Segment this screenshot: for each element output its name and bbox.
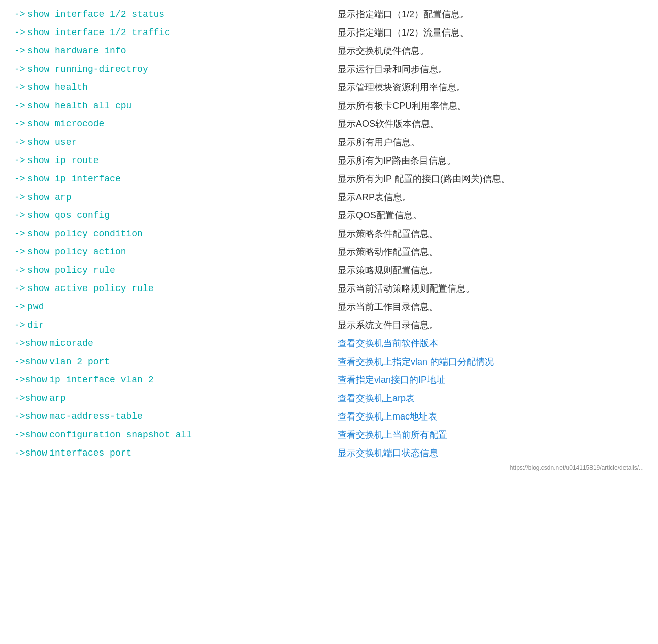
url-row: https://blog.csdn.net/u014115819/article… — [10, 462, 648, 473]
command-cell: ->show arp — [10, 389, 334, 407]
description-cell: 显示策略规则配置信息。 — [334, 261, 648, 279]
command-text: show hardware info — [27, 46, 126, 56]
command-cell: -> show interface 1/2 status — [10, 5, 334, 23]
arrow-icon: -> — [14, 320, 25, 330]
command-cell: -> show policy condition — [10, 224, 334, 243]
description-text: 显示交换机硬件信息。 — [338, 46, 429, 56]
description-cell: 显示当前活动策略规则配置信息。 — [334, 279, 648, 298]
table-row: ->show arp查看交换机上arp表 — [10, 389, 648, 407]
command-text: show policy action — [27, 247, 126, 257]
command-text: mac-address-table — [49, 411, 143, 422]
command-text: show interface 1/2 status — [27, 9, 164, 19]
command-cell: ->show configuration snapshot all — [10, 426, 334, 444]
command-text: ip interface vlan 2 — [49, 375, 153, 385]
command-text: configuration snapshot all — [49, 430, 192, 440]
description-cell: 显示运行目录和同步信息。 — [334, 60, 648, 78]
command-text: show active policy rule — [27, 283, 153, 294]
description-text: 显示系统文件目录信息。 — [338, 320, 438, 330]
arrow-icon: -> — [14, 101, 25, 111]
arrow-icon: -> — [14, 155, 25, 166]
arrow-icon: -> — [14, 137, 25, 147]
description-text: 显示管理模块资源利用率信息。 — [338, 82, 466, 92]
table-row: -> show interface 1/2 traffic显示指定端口（1/2）… — [10, 23, 648, 42]
table-row: -> show qos config显示QOS配置信息。 — [10, 206, 648, 224]
description-text: 查看交换机上当前所有配置 — [338, 430, 447, 440]
table-row: -> show arp显示ARP表信息。 — [10, 188, 648, 206]
arrow-icon: ->show — [14, 448, 47, 458]
table-row: -> show microcode显示AOS软件版本信息。 — [10, 115, 648, 133]
command-text: show health — [27, 82, 88, 92]
command-text: show health all cpu — [27, 101, 131, 111]
command-cell: -> show active policy rule — [10, 279, 334, 298]
command-text: arp — [49, 393, 65, 403]
arrow-icon: ->show — [14, 393, 47, 403]
command-cell: ->show interfaces port — [10, 444, 334, 462]
table-row: -> show policy condition显示策略条件配置信息。 — [10, 224, 648, 243]
arrow-icon: ->show — [14, 430, 47, 440]
description-text: 显示策略规则配置信息。 — [338, 265, 438, 275]
command-cell: -> pwd — [10, 298, 334, 316]
command-cell: ->show vlan 2 port — [10, 352, 334, 371]
arrow-icon: -> — [14, 192, 25, 202]
description-cell: 显示策略条件配置信息。 — [334, 224, 648, 243]
arrow-icon: -> — [14, 174, 25, 184]
arrow-icon: -> — [14, 247, 25, 257]
table-row: ->show micorade查看交换机当前软件版本 — [10, 334, 648, 352]
table-row: -> show active policy rule显示当前活动策略规则配置信息… — [10, 279, 648, 298]
table-row: ->show interfaces port显示交换机端口状态信息 — [10, 444, 648, 462]
command-text: micorade — [49, 338, 93, 348]
description-cell: 显示AOS软件版本信息。 — [334, 115, 648, 133]
command-text: pwd — [27, 302, 44, 312]
table-row: -> pwd显示当前工作目录信息。 — [10, 298, 648, 316]
description-cell: 显示所有为IP 配置的接口(路由网关)信息。 — [334, 170, 648, 188]
description-text: 显示ARP表信息。 — [338, 192, 411, 202]
description-text: 显示所有为IP路由条目信息。 — [338, 155, 456, 166]
command-text: show interface 1/2 traffic — [27, 27, 170, 38]
description-cell: 显示指定端口（1/2）配置信息。 — [334, 5, 648, 23]
command-cell: -> show user — [10, 133, 334, 151]
command-cell: ->show ip interface vlan 2 — [10, 371, 334, 389]
command-cell: -> show microcode — [10, 115, 334, 133]
arrow-icon: ->show — [14, 411, 47, 422]
command-cell: -> show ip route — [10, 151, 334, 170]
description-cell: 显示交换机硬件信息。 — [334, 42, 648, 60]
table-row: -> show interface 1/2 status显示指定端口（1/2）配… — [10, 5, 648, 23]
description-text: 显示所有板卡CPU利用率信息。 — [338, 101, 467, 111]
command-cell: -> show policy action — [10, 243, 334, 261]
arrow-icon: ->show — [14, 338, 47, 348]
description-text: 显示运行目录和同步信息。 — [338, 64, 447, 74]
arrow-icon: -> — [14, 64, 25, 74]
table-row: ->show ip interface vlan 2查看指定vlan接口的IP地… — [10, 371, 648, 389]
command-cell: -> show health all cpu — [10, 96, 334, 115]
description-text: 查看交换机上mac地址表 — [338, 411, 437, 422]
command-text: dir — [27, 320, 44, 330]
description-text: 显示当前工作目录信息。 — [338, 302, 438, 312]
command-cell: -> show interface 1/2 traffic — [10, 23, 334, 42]
description-cell: 显示所有为IP路由条目信息。 — [334, 151, 648, 170]
description-text: 显示所有用户信息。 — [338, 137, 420, 147]
command-text: show running-directroy — [27, 64, 148, 74]
table-row: -> show hardware info显示交换机硬件信息。 — [10, 42, 648, 60]
description-cell: 显示所有板卡CPU利用率信息。 — [334, 96, 648, 115]
description-cell: 显示交换机端口状态信息 — [334, 444, 648, 462]
command-cell: -> show arp — [10, 188, 334, 206]
table-row: -> show ip interface显示所有为IP 配置的接口(路由网关)信… — [10, 170, 648, 188]
description-cell: 查看指定vlan接口的IP地址 — [334, 371, 648, 389]
arrow-icon: -> — [14, 82, 25, 92]
arrow-icon: -> — [14, 229, 25, 239]
command-text: show policy rule — [27, 265, 115, 275]
command-text: show policy condition — [27, 229, 143, 239]
description-cell: 查看交换机上arp表 — [334, 389, 648, 407]
description-text: 显示当前活动策略规则配置信息。 — [338, 283, 475, 294]
command-text: show microcode — [27, 119, 104, 129]
command-cell: -> show qos config — [10, 206, 334, 224]
description-cell: 查看交换机上指定vlan 的端口分配情况 — [334, 352, 648, 371]
arrow-icon: -> — [14, 9, 25, 19]
description-text: 显示QOS配置信息。 — [338, 210, 422, 220]
command-cell: ->show micorade — [10, 334, 334, 352]
description-text: 显示交换机端口状态信息 — [338, 448, 438, 458]
table-row: -> show ip route显示所有为IP路由条目信息。 — [10, 151, 648, 170]
command-text: show user — [27, 137, 77, 147]
command-cell: -> show health — [10, 78, 334, 96]
description-cell: 显示管理模块资源利用率信息。 — [334, 78, 648, 96]
